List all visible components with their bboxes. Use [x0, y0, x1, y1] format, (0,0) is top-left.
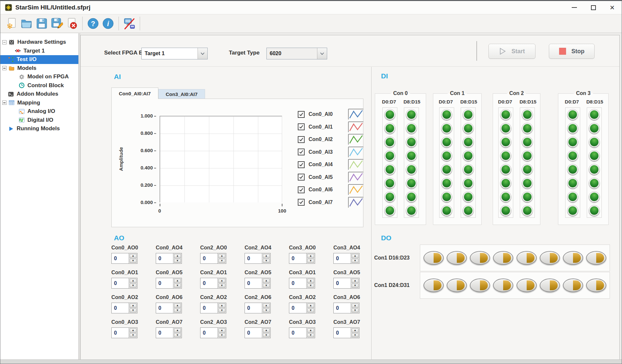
do-toggle-switch[interactable]	[423, 251, 444, 265]
ao-value[interactable]: 0	[289, 253, 306, 263]
increment-button[interactable]: ▲	[352, 328, 359, 333]
increment-button[interactable]: ▲	[130, 304, 136, 308]
decrement-button[interactable]: ▼	[263, 259, 270, 263]
ao-value[interactable]: 0	[245, 328, 262, 338]
decrement-button[interactable]: ▼	[218, 309, 225, 313]
target-type-select[interactable]: 6020	[266, 48, 327, 59]
ao-spinner[interactable]: 0▲▼	[245, 253, 271, 264]
ao-value[interactable]: 0	[289, 303, 306, 313]
ao-value[interactable]: 0	[245, 278, 262, 288]
ao-value[interactable]: 0	[245, 303, 262, 313]
tab-con3-ai0-ai7[interactable]: Con3_AI0:AI7	[158, 89, 205, 99]
ao-value[interactable]: 0	[156, 278, 173, 288]
sidebar-item-control-block[interactable]: Control Block	[0, 81, 78, 90]
decrement-button[interactable]: ▼	[130, 284, 136, 288]
decrement-button[interactable]: ▼	[174, 259, 181, 263]
ao-value[interactable]: 0	[112, 328, 129, 338]
ao-value[interactable]: 0	[156, 328, 173, 338]
ao-value[interactable]: 0	[289, 328, 306, 338]
ao-spinner[interactable]: 0▲▼	[200, 253, 226, 264]
sidebar-item-analog-i-o[interactable]: Analog I/O	[0, 107, 78, 116]
ao-value[interactable]: 0	[112, 253, 129, 263]
ao-spinner[interactable]: 0▲▼	[111, 278, 137, 289]
chevron-down-icon[interactable]	[317, 48, 327, 59]
ao-value[interactable]: 0	[334, 303, 351, 313]
ao-value[interactable]: 0	[334, 328, 351, 338]
do-toggle-switch[interactable]	[423, 278, 444, 292]
increment-button[interactable]: ▲	[263, 279, 270, 283]
disconnect-target-button[interactable]	[122, 16, 137, 31]
open-project-button[interactable]	[19, 16, 34, 31]
sidebar-item-hardware-settings[interactable]: Hardware Settings	[0, 38, 78, 47]
channel-checkbox[interactable]	[298, 149, 305, 155]
sidebar-item-model-on-fpga[interactable]: Model on FPGA	[0, 72, 78, 81]
increment-button[interactable]: ▲	[307, 304, 314, 308]
do-toggle-switch[interactable]	[540, 251, 560, 265]
increment-button[interactable]: ▲	[352, 279, 359, 283]
decrement-button[interactable]: ▼	[174, 284, 181, 288]
channel-checkbox[interactable]	[298, 199, 305, 206]
decrement-button[interactable]: ▼	[307, 284, 314, 288]
do-toggle-switch[interactable]	[517, 278, 537, 292]
ao-value[interactable]: 0	[200, 328, 217, 338]
channel-checkbox[interactable]	[298, 161, 305, 168]
channel-checkbox[interactable]	[298, 123, 305, 130]
chevron-down-icon[interactable]	[198, 48, 207, 59]
sidebar-item-digital-i-o[interactable]: Digital I/O	[0, 116, 78, 125]
do-toggle-switch[interactable]	[470, 278, 490, 292]
sidebar-item-test-i-o[interactable]: Test I/O	[0, 55, 78, 64]
start-button[interactable]: Start	[488, 44, 535, 59]
save-project-as-button[interactable]	[49, 16, 64, 31]
decrement-button[interactable]: ▼	[352, 259, 359, 263]
ao-value[interactable]: 0	[200, 278, 217, 288]
stop-button[interactable]: Stop	[549, 44, 595, 59]
ao-spinner[interactable]: 0▲▼	[200, 303, 226, 313]
do-toggle-switch[interactable]	[493, 251, 513, 265]
do-toggle-switch[interactable]	[517, 251, 537, 265]
ao-spinner[interactable]: 0▲▼	[111, 303, 137, 313]
decrement-button[interactable]: ▼	[130, 333, 136, 338]
increment-button[interactable]: ▲	[352, 254, 359, 258]
decrement-button[interactable]: ▼	[218, 284, 225, 288]
collapse-toggle[interactable]	[2, 101, 7, 105]
ao-spinner[interactable]: 0▲▼	[333, 253, 359, 264]
ao-spinner[interactable]: 0▲▼	[289, 278, 315, 289]
ao-spinner[interactable]: 0▲▼	[333, 303, 359, 313]
decrement-button[interactable]: ▼	[218, 259, 225, 263]
ao-spinner[interactable]: 0▲▼	[245, 303, 271, 313]
decrement-button[interactable]: ▼	[263, 309, 270, 313]
ao-spinner[interactable]: 0▲▼	[333, 278, 359, 289]
channel-checkbox[interactable]	[298, 186, 305, 193]
decrement-button[interactable]: ▼	[174, 333, 181, 338]
ao-value[interactable]: 0	[112, 278, 129, 288]
ao-value[interactable]: 0	[156, 253, 173, 263]
fpga-board-select[interactable]: Target 1	[141, 48, 208, 59]
close-button[interactable]: ✕	[603, 1, 622, 14]
ao-spinner[interactable]: 0▲▼	[289, 327, 315, 338]
decrement-button[interactable]: ▼	[307, 309, 314, 313]
ao-value[interactable]: 0	[112, 303, 129, 313]
close-project-button[interactable]	[64, 16, 79, 31]
decrement-button[interactable]: ▼	[174, 309, 181, 313]
do-toggle-switch[interactable]	[540, 278, 560, 292]
ao-value[interactable]: 0	[334, 253, 351, 263]
ao-spinner[interactable]: 0▲▼	[289, 253, 315, 264]
increment-button[interactable]: ▲	[263, 254, 270, 258]
increment-button[interactable]: ▲	[307, 328, 314, 333]
increment-button[interactable]: ▲	[130, 328, 136, 333]
do-toggle-switch[interactable]	[447, 251, 467, 265]
sidebar-splitter[interactable]	[78, 33, 80, 360]
do-toggle-switch[interactable]	[586, 278, 606, 292]
increment-button[interactable]: ▲	[218, 328, 225, 333]
sidebar-item-models[interactable]: Models	[0, 64, 78, 73]
increment-button[interactable]: ▲	[263, 328, 270, 333]
minimize-button[interactable]	[565, 1, 584, 14]
ao-spinner[interactable]: 0▲▼	[245, 327, 271, 338]
increment-button[interactable]: ▲	[218, 304, 225, 308]
increment-button[interactable]: ▲	[174, 279, 181, 283]
save-project-button[interactable]	[34, 16, 49, 31]
ao-value[interactable]: 0	[245, 253, 262, 263]
ao-value[interactable]: 0	[156, 303, 173, 313]
ao-spinner[interactable]: 0▲▼	[245, 278, 271, 289]
decrement-button[interactable]: ▼	[263, 333, 270, 338]
